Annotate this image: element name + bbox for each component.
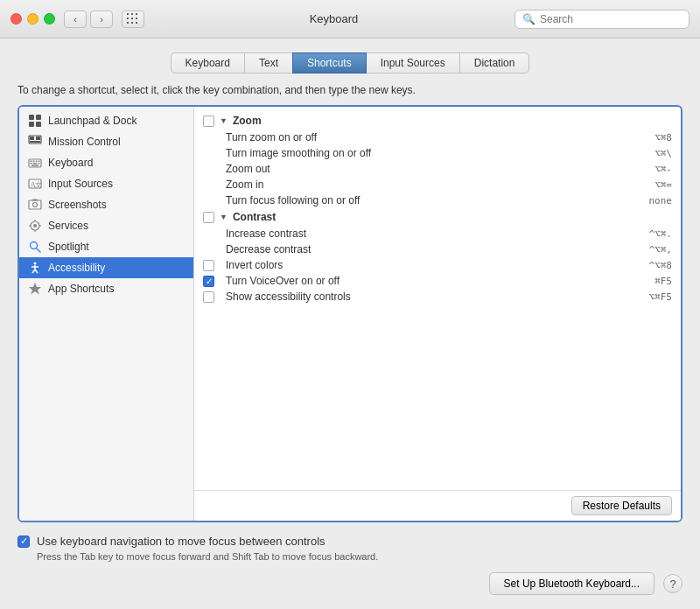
svg-rect-0 xyxy=(29,115,34,120)
shortcut-name: Turn VoiceOver on or off xyxy=(226,275,654,287)
svg-rect-20 xyxy=(29,200,41,209)
shortcut-name: Zoom in xyxy=(226,178,654,191)
shortcut-key: ^⌥⌘, xyxy=(649,244,673,256)
contrast-section-header: ▼ Contrast xyxy=(194,208,681,226)
shortcut-key: ⌥⌘F5 xyxy=(649,291,673,303)
svg-rect-13 xyxy=(31,163,32,164)
tab-text[interactable]: Text xyxy=(244,52,293,74)
shortcut-name: Invert colors xyxy=(226,259,649,271)
zoom-section-checkbox[interactable] xyxy=(203,116,214,127)
input-sources-icon: A文 xyxy=(28,177,42,191)
keyboard-nav-description: Press the Tab key to move focus forward … xyxy=(37,551,682,562)
restore-defaults-button[interactable]: Restore Defaults xyxy=(571,496,672,515)
shortcut-key: none xyxy=(649,195,673,206)
minimize-button[interactable] xyxy=(27,13,38,24)
grid-icon xyxy=(127,13,139,25)
launchpad-icon xyxy=(28,114,42,128)
svg-rect-16 xyxy=(32,165,38,167)
shortcut-row-image-smooth[interactable]: Turn image smoothing on or off ⌥⌘\ xyxy=(194,145,681,161)
shortcut-row-focus-follow[interactable]: Turn focus following on or off none xyxy=(194,192,681,208)
sidebar: Launchpad & Dock Mission Control Keyboar… xyxy=(19,107,194,521)
shortcut-name: Show accessibility controls xyxy=(226,290,649,303)
svg-point-21 xyxy=(33,203,38,207)
shortcut-key: ⌥⌘= xyxy=(654,179,672,191)
search-input[interactable] xyxy=(540,13,682,25)
setup-bluetooth-button[interactable]: Set Up Bluetooth Keyboard... xyxy=(489,572,654,595)
back-button[interactable]: ‹ xyxy=(64,10,87,28)
tab-shortcuts[interactable]: Shortcuts xyxy=(292,52,367,74)
sidebar-item-input[interactable]: A文 Input Sources xyxy=(19,173,193,194)
show-accessibility-checkbox[interactable] xyxy=(203,291,214,303)
svg-rect-3 xyxy=(36,122,41,127)
shortcut-row-zoom-out[interactable]: Zoom out ⌥⌘- xyxy=(194,161,681,177)
bottom-section: ✓ Use keyboard navigation to move focus … xyxy=(18,535,682,595)
shortcut-row-zoom-in[interactable]: Zoom in ⌥⌘= xyxy=(194,177,681,192)
window-title: Keyboard xyxy=(153,12,514,25)
sidebar-item-screenshots[interactable]: Screenshots xyxy=(19,194,193,215)
search-icon: 🔍 xyxy=(522,13,536,25)
svg-rect-10 xyxy=(33,161,35,163)
voiceover-checkbox[interactable]: ✓ xyxy=(203,276,214,287)
nav-buttons: ‹ › xyxy=(64,10,113,28)
svg-point-24 xyxy=(33,224,37,228)
sidebar-item-services-label: Services xyxy=(48,220,88,232)
shortcut-name: Turn focus following on or off xyxy=(226,194,649,206)
sidebar-item-mission-label: Mission Control xyxy=(48,136,121,148)
forward-button[interactable]: › xyxy=(90,10,113,28)
sidebar-item-services[interactable]: Services xyxy=(19,215,193,236)
sidebar-item-mission[interactable]: Mission Control xyxy=(19,131,193,152)
bottom-buttons: Set Up Bluetooth Keyboard... ? xyxy=(18,572,682,595)
keyboard-nav-label: Use keyboard navigation to move focus be… xyxy=(37,535,326,548)
shortcut-row-voiceover[interactable]: ✓ Turn VoiceOver on or off ⌘F5 xyxy=(194,273,681,289)
mission-icon xyxy=(28,135,42,149)
svg-text:文: 文 xyxy=(35,181,42,189)
shortcut-row-invert-colors[interactable]: Invert colors ^⌥⌘8 xyxy=(194,257,681,273)
help-button[interactable]: ? xyxy=(663,574,682,593)
tab-dictation[interactable]: Dictation xyxy=(459,52,530,74)
shortcut-key: ⌥⌘\ xyxy=(654,148,672,159)
sidebar-item-screenshots-label: Screenshots xyxy=(48,199,107,211)
svg-rect-7 xyxy=(30,141,40,143)
contrast-triangle: ▼ xyxy=(220,213,228,221)
sidebar-item-launchpad-label: Launchpad & Dock xyxy=(48,115,136,127)
sidebar-item-app-shortcuts[interactable]: App Shortcuts xyxy=(19,278,193,299)
sidebar-item-spotlight-label: Spotlight xyxy=(48,241,89,253)
tab-input-sources[interactable]: Input Sources xyxy=(366,52,460,74)
maximize-button[interactable] xyxy=(44,13,55,24)
zoom-triangle: ▼ xyxy=(220,116,228,125)
shortcut-row-show-accessibility[interactable]: Show accessibility controls ⌥⌘F5 xyxy=(194,289,681,304)
shortcut-name: Decrease contrast xyxy=(226,243,649,256)
keyboard-nav-row: ✓ Use keyboard navigation to move focus … xyxy=(18,535,682,548)
shortcut-row-zoom-on-off[interactable]: Turn zoom on or off ⌥⌘8 xyxy=(194,130,681,145)
keyboard-nav-checkbox[interactable]: ✓ xyxy=(18,536,30,548)
tab-keyboard[interactable]: Keyboard xyxy=(171,52,245,74)
content-area: Keyboard Text Shortcuts Input Sources Di… xyxy=(0,38,700,609)
search-box[interactable]: 🔍 xyxy=(514,10,690,29)
shortcut-content: ▼ Zoom Turn zoom on or off ⌥⌘8 Turn imag… xyxy=(194,107,681,490)
svg-rect-11 xyxy=(36,161,38,163)
invert-colors-checkbox[interactable] xyxy=(203,260,214,271)
grid-button[interactable] xyxy=(122,10,144,28)
sidebar-item-accessibility-label: Accessibility xyxy=(48,262,105,274)
sidebar-item-spotlight[interactable]: Spotlight xyxy=(19,236,193,257)
shortcut-row-decrease-contrast[interactable]: Decrease contrast ^⌥⌘, xyxy=(194,242,681,257)
close-button[interactable] xyxy=(10,13,22,24)
svg-line-35 xyxy=(35,270,38,273)
spotlight-icon xyxy=(28,240,42,254)
sidebar-item-keyboard[interactable]: Keyboard xyxy=(19,152,193,173)
main-panel: Launchpad & Dock Mission Control Keyboar… xyxy=(18,105,682,522)
zoom-section-label: Zoom xyxy=(233,115,262,127)
shortcut-name: Turn image smoothing on or off xyxy=(226,147,654,159)
titlebar: ‹ › Keyboard 🔍 xyxy=(0,0,700,38)
svg-rect-15 xyxy=(38,163,40,164)
tabs: Keyboard Text Shortcuts Input Sources Di… xyxy=(18,52,682,74)
shortcut-key: ⌘F5 xyxy=(654,276,672,287)
right-panel: ▼ Zoom Turn zoom on or off ⌥⌘8 Turn imag… xyxy=(194,107,681,521)
shortcut-row-increase-contrast[interactable]: Increase contrast ^⌥⌘. xyxy=(194,226,681,242)
shortcut-name: Increase contrast xyxy=(226,228,649,240)
traffic-lights xyxy=(10,13,55,24)
contrast-section-checkbox[interactable] xyxy=(203,212,214,223)
sidebar-item-launchpad[interactable]: Launchpad & Dock xyxy=(19,110,193,131)
sidebar-item-accessibility[interactable]: Accessibility xyxy=(19,257,193,278)
shortcut-key: ⌥⌘8 xyxy=(654,132,672,144)
